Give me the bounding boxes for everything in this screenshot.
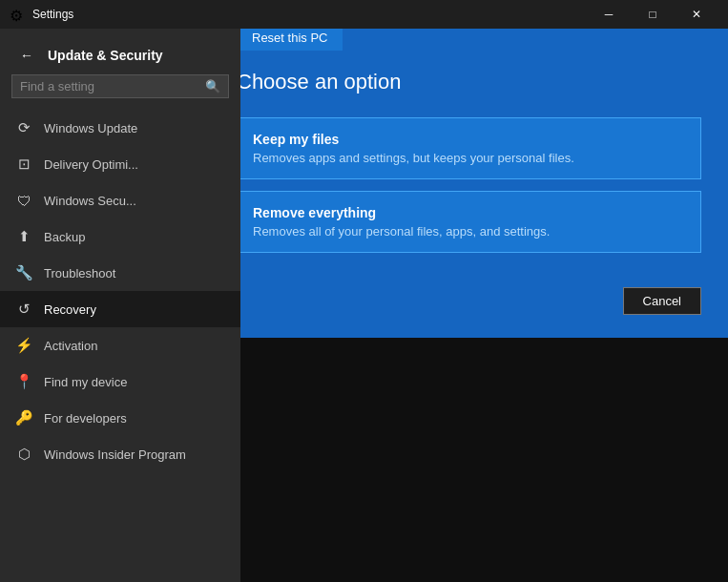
content-area: Recovery Reset this PC If your PC isn't … bbox=[240, 29, 728, 582]
back-button[interactable]: ← bbox=[15, 44, 38, 67]
remove-everything-desc: Removes all of your personal files, apps… bbox=[253, 224, 685, 239]
close-button[interactable]: ✕ bbox=[675, 0, 718, 29]
sidebar-item-label: Troubleshoot bbox=[44, 266, 115, 281]
sidebar-item-windows-security[interactable]: 🛡 Windows Secu... bbox=[0, 182, 240, 218]
search-input[interactable] bbox=[20, 79, 205, 94]
keep-files-option[interactable]: Keep my files Removes apps and settings,… bbox=[240, 117, 701, 179]
troubleshoot-icon: 🔧 bbox=[15, 264, 32, 281]
remove-everything-option[interactable]: Remove everything Removes all of your pe… bbox=[240, 191, 701, 253]
find-device-icon: 📍 bbox=[15, 373, 32, 390]
sidebar-item-label: Windows Update bbox=[44, 121, 137, 135]
remove-everything-title: Remove everything bbox=[253, 205, 685, 220]
developers-icon: 🔑 bbox=[15, 409, 32, 426]
delivery-icon: ⊡ bbox=[15, 156, 32, 173]
sidebar-item-label: For developers bbox=[44, 411, 127, 426]
sidebar-item-label: Windows Insider Program bbox=[44, 447, 186, 462]
activation-icon: ⚡ bbox=[15, 337, 32, 354]
minimize-button[interactable]: ─ bbox=[587, 0, 631, 29]
sidebar: ← Update & Security 🔍 ⟳ Windows Update ⊡… bbox=[0, 29, 240, 582]
sidebar-item-label: Delivery Optimi... bbox=[44, 157, 138, 172]
sidebar-header: ← Update & Security bbox=[0, 29, 240, 74]
sidebar-item-label: Backup bbox=[44, 230, 85, 244]
dialog-overlay: Reset this PC Choose an option Keep my f… bbox=[240, 29, 728, 582]
sidebar-item-activation[interactable]: ⚡ Activation bbox=[0, 327, 240, 364]
backup-icon: ⬆ bbox=[15, 228, 32, 245]
dialog-tab: Reset this PC bbox=[240, 29, 343, 51]
recovery-icon: ↺ bbox=[15, 301, 32, 318]
sidebar-item-windows-insider[interactable]: ⬡ Windows Insider Program bbox=[0, 436, 240, 472]
sidebar-item-label: Activation bbox=[44, 339, 97, 353]
sidebar-section-title: Update & Security bbox=[48, 48, 163, 63]
titlebar-controls: ─ □ ✕ bbox=[587, 0, 718, 29]
cancel-button[interactable]: Cancel bbox=[623, 287, 701, 315]
security-icon: 🛡 bbox=[15, 192, 32, 209]
search-icon: 🔍 bbox=[205, 79, 220, 94]
sidebar-item-label: Windows Secu... bbox=[44, 194, 136, 208]
sidebar-item-for-developers[interactable]: 🔑 For developers bbox=[0, 400, 240, 436]
keep-files-title: Keep my files bbox=[253, 132, 685, 147]
keep-files-desc: Removes apps and settings, but keeps you… bbox=[253, 151, 685, 165]
sidebar-item-backup[interactable]: ⬆ Backup bbox=[0, 218, 240, 255]
sidebar-item-windows-update[interactable]: ⟳ Windows Update bbox=[0, 110, 240, 146]
sidebar-item-label: Recovery bbox=[44, 302, 96, 317]
titlebar-title: Settings bbox=[32, 8, 587, 21]
reset-dialog: Reset this PC Choose an option Keep my f… bbox=[240, 29, 728, 338]
maximize-button[interactable]: □ bbox=[631, 0, 675, 29]
dialog-title: Choose an option bbox=[240, 70, 701, 94]
settings-icon: ⚙ bbox=[10, 7, 25, 22]
sidebar-item-delivery-optimization[interactable]: ⊡ Delivery Optimi... bbox=[0, 146, 240, 182]
dialog-footer: Cancel bbox=[240, 264, 701, 315]
sidebar-item-troubleshoot[interactable]: 🔧 Troubleshoot bbox=[0, 255, 240, 291]
sidebar-item-recovery[interactable]: ↺ Recovery bbox=[0, 291, 240, 327]
sidebar-item-find-device[interactable]: 📍 Find my device bbox=[0, 364, 240, 400]
windows-update-icon: ⟳ bbox=[15, 119, 32, 136]
titlebar: ⚙ Settings ─ □ ✕ bbox=[0, 0, 728, 29]
sidebar-item-label: Find my device bbox=[44, 375, 127, 389]
search-box[interactable]: 🔍 bbox=[11, 74, 229, 98]
insider-icon: ⬡ bbox=[15, 446, 32, 463]
main-layout: ← Update & Security 🔍 ⟳ Windows Update ⊡… bbox=[0, 29, 728, 582]
